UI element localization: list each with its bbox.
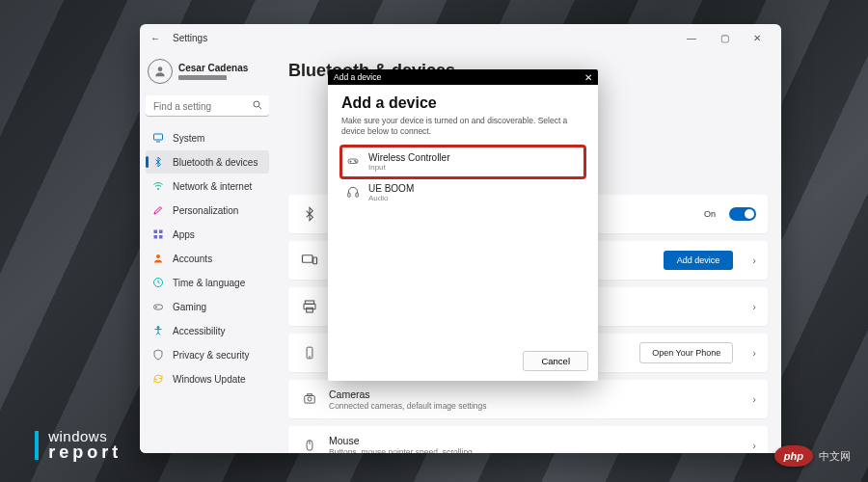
svg-rect-9	[159, 235, 163, 239]
search-box[interactable]	[146, 95, 269, 117]
dialog-close-button[interactable]: ✕	[584, 72, 592, 83]
watermark-php: php 中文网	[774, 445, 851, 467]
add-device-button[interactable]: Add device	[664, 251, 734, 270]
sidebar-item-label: Accessibility	[173, 326, 225, 336]
svg-rect-34	[356, 193, 358, 197]
svg-rect-3	[154, 134, 163, 140]
svg-rect-16	[303, 255, 313, 263]
search-input[interactable]	[146, 95, 269, 117]
chevron-right-icon: ›	[752, 254, 756, 266]
bluetooth-toggle[interactable]	[729, 207, 756, 221]
svg-rect-25	[308, 394, 312, 396]
svg-point-5	[158, 189, 159, 190]
device-item[interactable]: Wireless ControllerInput	[341, 147, 584, 177]
pen-icon	[151, 203, 165, 217]
dialog-titlebar: Add a device ✕	[328, 69, 598, 85]
avatar-icon	[148, 59, 173, 84]
cancel-button[interactable]: Cancel	[523, 351, 588, 371]
chevron-right-icon: ›	[752, 393, 756, 405]
svg-point-32	[356, 162, 357, 163]
device-type: Input	[368, 163, 449, 172]
sidebar-item-label: Apps	[173, 229, 195, 240]
user-email-redacted	[178, 75, 227, 80]
card-mouse[interactable]: Mouse Buttons, mouse pointer speed, scro…	[288, 426, 768, 453]
device-name: Wireless Controller	[368, 152, 449, 163]
svg-point-10	[156, 254, 160, 258]
minimize-button[interactable]: —	[675, 28, 708, 47]
sidebar-item-wifi[interactable]: Network & internet	[146, 174, 269, 198]
svg-rect-6	[154, 230, 158, 234]
card-sub: Buttons, mouse pointer speed, scrolling	[329, 447, 473, 454]
toggle-label: On	[704, 209, 716, 219]
chevron-right-icon: ›	[752, 440, 756, 451]
user-icon	[151, 252, 165, 265]
sidebar-item-clock[interactable]: Time & language	[146, 271, 269, 294]
window-controls: — ▢ ✕	[675, 28, 773, 47]
devices-icon	[300, 251, 319, 270]
sidebar-item-label: Time & language	[173, 278, 245, 288]
back-button[interactable]: ←	[148, 33, 163, 43]
sidebar-item-label: Bluetooth & devices	[173, 157, 258, 168]
chevron-right-icon: ›	[752, 301, 756, 312]
open-phone-button[interactable]: Open Your Phone	[639, 342, 733, 363]
bluetooth-icon	[151, 155, 165, 169]
sidebar-item-access[interactable]: Accessibility	[146, 319, 269, 342]
svg-rect-20	[307, 308, 313, 312]
maximize-button[interactable]: ▢	[708, 28, 741, 47]
svg-point-24	[308, 397, 312, 401]
sidebar-item-label: Privacy & security	[173, 350, 249, 361]
sidebar-item-label: System	[173, 133, 204, 144]
sidebar-item-pen[interactable]: Personalization	[146, 199, 269, 222]
sidebar-item-shield[interactable]: Privacy & security	[146, 343, 269, 366]
dialog-description: Make sure your device is turned on and d…	[341, 116, 573, 137]
titlebar: ← Settings — ▢ ✕	[140, 24, 781, 51]
svg-rect-17	[313, 257, 317, 264]
device-name: UE BOOM	[368, 183, 414, 194]
phone-icon	[300, 343, 319, 362]
game-icon	[151, 300, 165, 313]
user-name: Cesar Cadenas	[178, 63, 248, 73]
card-title: Mouse	[329, 435, 473, 446]
sidebar-item-game[interactable]: Gaming	[146, 295, 269, 318]
sidebar-item-system[interactable]: System	[146, 126, 269, 149]
mouse-icon	[300, 436, 319, 453]
sidebar: Cesar Cadenas SystemBluetooth & devicesN…	[140, 51, 275, 453]
card-cameras[interactable]: Cameras Connected cameras, default image…	[288, 380, 768, 418]
shield-icon	[151, 348, 165, 362]
user-block[interactable]: Cesar Cadenas	[146, 55, 269, 92]
svg-rect-19	[304, 304, 315, 308]
sidebar-item-label: Gaming	[173, 302, 206, 312]
sidebar-item-label: Personalization	[173, 205, 238, 216]
headphone-icon	[345, 184, 361, 200]
add-device-dialog: Add a device ✕ Add a device Make sure yo…	[328, 69, 598, 381]
bluetooth-icon	[300, 204, 319, 224]
sidebar-item-label: Windows Update	[173, 374, 246, 385]
device-type: Audio	[368, 194, 414, 202]
watermark-windowsreport: windows report	[35, 429, 122, 461]
dialog-title: Add a device	[334, 72, 381, 82]
card-sub: Connected cameras, default image setting…	[329, 401, 486, 411]
clock-icon	[151, 276, 165, 289]
svg-rect-8	[154, 235, 158, 239]
access-icon	[151, 324, 165, 337]
dialog-heading: Add a device	[341, 94, 584, 112]
sidebar-item-label: Network & internet	[173, 181, 252, 192]
close-button[interactable]: ✕	[741, 28, 773, 47]
sidebar-item-apps[interactable]: Apps	[146, 223, 269, 246]
sidebar-item-label: Accounts	[173, 254, 212, 264]
sidebar-item-bluetooth[interactable]: Bluetooth & devices	[146, 150, 269, 174]
svg-point-31	[355, 160, 356, 161]
device-item[interactable]: UE BOOMAudio	[341, 177, 584, 208]
svg-rect-7	[159, 230, 163, 234]
chevron-right-icon: ›	[752, 347, 756, 359]
wifi-icon	[151, 179, 165, 193]
window-title: Settings	[173, 33, 207, 43]
card-title: Cameras	[329, 388, 486, 400]
svg-point-0	[158, 67, 163, 71]
update-icon	[151, 372, 165, 386]
svg-rect-33	[348, 193, 350, 197]
sidebar-item-user[interactable]: Accounts	[146, 247, 269, 270]
nav-list: SystemBluetooth & devicesNetwork & inter…	[146, 126, 269, 390]
sidebar-item-update[interactable]: Windows Update	[146, 367, 269, 390]
svg-line-2	[259, 107, 262, 110]
